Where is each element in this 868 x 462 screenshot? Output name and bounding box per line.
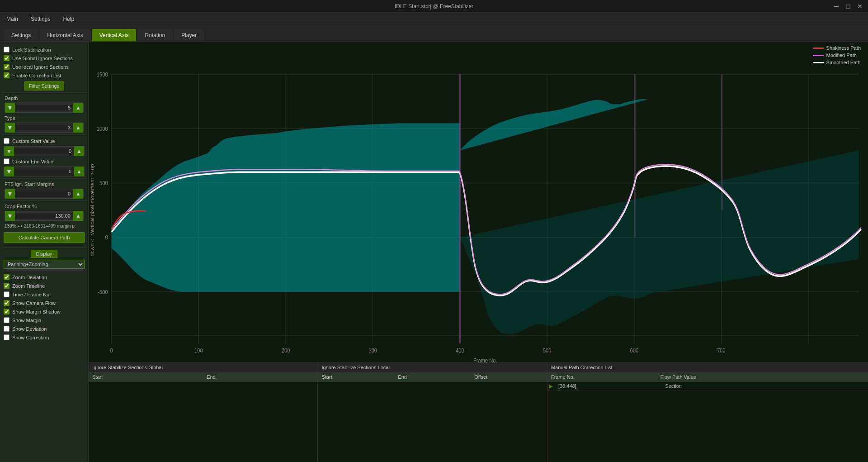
expand-button[interactable]: ▶: [547, 384, 555, 389]
zoom-timeline-checkbox[interactable]: [4, 283, 9, 289]
zoom-timeline-label: Zoom Timeline: [12, 283, 45, 289]
ignore-local-table-header: Start End Offset: [318, 372, 547, 382]
svg-text:1500: 1500: [97, 71, 108, 78]
menu-settings[interactable]: Settings: [28, 15, 53, 23]
use-global-ignore-checkbox[interactable]: [4, 55, 9, 61]
custom-start-checkbox[interactable]: [4, 138, 9, 144]
show-deviation-row: Show Deviation: [2, 324, 86, 333]
show-correction-checkbox[interactable]: [4, 334, 9, 340]
main-chart: 1500 1000 500 0 -500 0 100 200 300 400 5…: [89, 42, 868, 362]
type-up-button[interactable]: ▲: [73, 123, 83, 133]
type-down-button[interactable]: ▼: [5, 123, 15, 133]
show-margin-row: Show Margin: [2, 316, 86, 324]
time-frame-checkbox[interactable]: [4, 291, 9, 297]
custom-end-spinner: ▼ 0 ▲: [4, 167, 85, 176]
maximize-button[interactable]: □: [844, 2, 853, 11]
tab-horizontal-axis[interactable]: Horizontal Axis: [39, 29, 90, 41]
menu-main[interactable]: Main: [4, 15, 21, 23]
custom-end-label: Custom End Value: [12, 159, 53, 164]
ignore-local-panel: Ignore Stabilize Sections Local Start En…: [318, 363, 547, 462]
tab-vertical-axis[interactable]: Vertical Axis: [92, 29, 137, 41]
crop-factor-down-button[interactable]: ▼: [5, 211, 15, 221]
legend-modified-label: Modified Path: [826, 52, 857, 58]
svg-text:400: 400: [456, 347, 464, 354]
fts-ign-up-button[interactable]: ▲: [73, 189, 83, 199]
tab-player[interactable]: Player: [174, 29, 204, 41]
depth-field: Depth ▼ 5 ▲: [3, 95, 85, 113]
ignore-local-header: Ignore Stabilize Sections Local: [318, 363, 547, 372]
zoom-deviation-checkbox[interactable]: [4, 274, 9, 280]
custom-end-up-button[interactable]: ▲: [74, 167, 84, 176]
display-button[interactable]: Display: [31, 250, 57, 258]
custom-end-checkbox[interactable]: [4, 158, 9, 164]
tab-rotation[interactable]: Rotation: [137, 29, 173, 41]
frame-no-cell: [38:448]: [555, 382, 661, 390]
svg-text:500: 500: [543, 347, 552, 354]
mode-select[interactable]: Panning+Zooming Panning Zooming: [4, 260, 85, 269]
svg-text:600: 600: [630, 347, 639, 354]
right-content: 1500 1000 500 0 -500 0 100 200 300 400 5…: [89, 42, 868, 462]
show-deviation-checkbox[interactable]: [4, 326, 9, 332]
crop-factor-spinner: ▼ 130.00 ▲: [5, 211, 84, 221]
ignore-global-header: Ignore Stabilize Sections Global: [89, 363, 317, 372]
custom-end-down-button[interactable]: ▼: [4, 167, 14, 176]
show-margin-shadow-checkbox[interactable]: [4, 309, 9, 314]
custom-end-row: Custom End Value: [2, 157, 86, 166]
custom-start-value: 0: [14, 148, 74, 154]
depth-label: Depth: [3, 95, 85, 102]
lock-stabilization-checkbox[interactable]: [4, 47, 9, 52]
show-margin-shadow-label: Show Margin Shadow: [12, 309, 61, 314]
svg-text:200: 200: [282, 347, 290, 354]
flow-path-value-cell: Section: [661, 382, 868, 390]
minimize-button[interactable]: ─: [832, 2, 841, 11]
use-global-ignore-row: Use Global Ignore Sections: [2, 54, 86, 62]
svg-text:1000: 1000: [97, 125, 108, 132]
ignore-global-table-body: [89, 382, 317, 462]
col-frame-no: Frame No.: [547, 372, 657, 381]
legend-modified: Modified Path: [813, 52, 861, 58]
menu-help[interactable]: Help: [60, 15, 77, 23]
svg-text:100: 100: [194, 347, 203, 354]
zoom-deviation-row: Zoom Deviation: [2, 273, 86, 281]
legend-smoothed: Smoothed Path: [813, 60, 861, 65]
mode-dropdown-row: Panning+Zooming Panning Zooming: [4, 260, 85, 269]
use-local-ignore-row: Use local Ignore Sections: [2, 62, 86, 71]
type-field: Type ▼ 3 ▲: [3, 114, 85, 133]
crop-factor-up-button[interactable]: ▲: [73, 211, 83, 221]
show-margin-checkbox[interactable]: [4, 317, 9, 323]
chart-area: 1500 1000 500 0 -500 0 100 200 300 400 5…: [89, 42, 868, 362]
col-local-end: End: [394, 372, 471, 381]
enable-correction-checkbox[interactable]: [4, 72, 9, 78]
filter-settings-button[interactable]: Filter Settings: [24, 81, 64, 90]
menubar: Main Settings Help: [0, 13, 868, 25]
manual-correction-table-header: Frame No. Flow Path Value: [547, 372, 868, 382]
crop-factor-label: Crop Factor %: [3, 203, 85, 210]
custom-start-down-button[interactable]: ▼: [4, 146, 14, 156]
main-layout: Lock Stabilization Use Global Ignore Sec…: [0, 42, 868, 462]
close-button[interactable]: ✕: [855, 2, 864, 11]
legend-smoothed-line: [813, 62, 824, 63]
zoom-deviation-label: Zoom Deviation: [12, 275, 47, 280]
use-local-ignore-checkbox[interactable]: [4, 64, 9, 70]
legend-shakiness-label: Shakiness Path: [826, 45, 861, 51]
tab-settings[interactable]: Settings: [4, 29, 38, 41]
type-spinner: ▼ 3 ▲: [5, 123, 84, 133]
ignore-global-panel: Ignore Stabilize Sections Global Start E…: [89, 363, 318, 462]
depth-down-button[interactable]: ▼: [5, 103, 15, 113]
time-frame-row: Time / Frame No.: [2, 290, 86, 299]
svg-text:700: 700: [717, 347, 726, 354]
show-camera-flow-checkbox[interactable]: [4, 300, 9, 306]
ignore-local-table-body: [318, 382, 547, 462]
fts-ign-down-button[interactable]: ▼: [5, 189, 15, 199]
custom-start-row: Custom Start Value: [2, 137, 86, 145]
show-camera-flow-row: Show Camera Flow: [2, 299, 86, 307]
manual-correction-table-body: ▶ [38:448] Section: [547, 382, 868, 462]
custom-end-value: 0: [14, 169, 74, 174]
depth-up-button[interactable]: ▲: [73, 103, 83, 113]
calculate-camera-path-button[interactable]: Calculate Camera Path: [4, 232, 85, 243]
enable-correction-label: Enable Correction List: [12, 73, 61, 78]
svg-text:0: 0: [105, 234, 108, 241]
custom-start-up-button[interactable]: ▲: [74, 146, 84, 156]
window-title: IDLE Start.stprj @ FreeStabilizer: [395, 3, 473, 10]
svg-rect-32: [634, 74, 636, 238]
